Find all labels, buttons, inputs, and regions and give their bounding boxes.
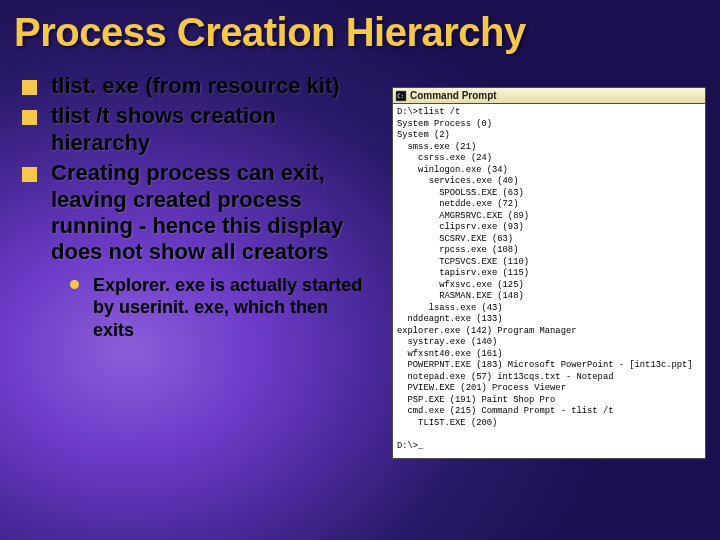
bullet-item: tlist /t shows creation hierarchy bbox=[22, 103, 370, 156]
sub-bullet-list: Explorer. exe is actually started by use… bbox=[70, 274, 370, 342]
bullet-icon bbox=[22, 110, 37, 125]
bullet-item: tlist. exe (from resource kit) bbox=[22, 73, 370, 99]
bullet-text: tlist /t shows creation hierarchy bbox=[51, 103, 370, 156]
bullet-text: tlist. exe (from resource kit) bbox=[51, 73, 340, 99]
sub-bullet-text: Explorer. exe is actually started by use… bbox=[93, 274, 370, 342]
window-titlebar: C: Command Prompt bbox=[392, 87, 706, 104]
bullet-icon bbox=[22, 80, 37, 95]
page-title: Process Creation Hierarchy bbox=[0, 0, 720, 73]
sub-bullet-item: Explorer. exe is actually started by use… bbox=[70, 274, 370, 342]
bullet-icon bbox=[22, 167, 37, 182]
bullet-item: Creating process can exit, leaving creat… bbox=[22, 160, 370, 266]
cmd-icon: C: bbox=[395, 90, 407, 102]
console-output: D:\>tlist /t System Process (0) System (… bbox=[392, 104, 706, 459]
sub-bullet-icon bbox=[70, 280, 79, 289]
bullet-list: tlist. exe (from resource kit) tlist /t … bbox=[22, 73, 370, 266]
svg-text:C:: C: bbox=[397, 92, 404, 99]
command-prompt-window: C: Command Prompt D:\>tlist /t System Pr… bbox=[392, 87, 706, 459]
bullet-text: Creating process can exit, leaving creat… bbox=[51, 160, 370, 266]
window-title-text: Command Prompt bbox=[410, 90, 497, 101]
